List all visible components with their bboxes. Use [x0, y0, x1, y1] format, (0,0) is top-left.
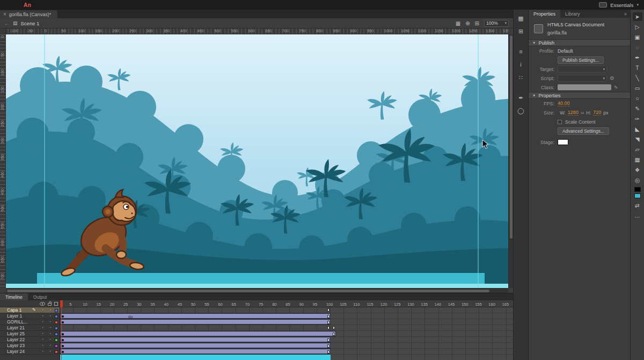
link-dimensions-icon[interactable]: ∞	[581, 110, 584, 116]
camera-tool[interactable]: ▦	[633, 155, 642, 164]
more-tools-icon[interactable]: …	[633, 211, 642, 220]
tween-span[interactable]	[60, 349, 331, 354]
eye-icon[interactable]	[40, 302, 45, 306]
layer-frames-row[interactable]	[60, 343, 513, 349]
layer-frames-row[interactable]	[60, 337, 513, 343]
selection-tool[interactable]: ➤	[633, 12, 642, 21]
free-transform-tool[interactable]: ▣	[633, 33, 642, 41]
fps-value[interactable]: 40.00	[558, 100, 570, 106]
tween-span[interactable]	[60, 319, 331, 325]
document-tab[interactable]: × gorilla.fla (Canvas)*	[0, 10, 57, 18]
horizontal-scrollbar[interactable]	[6, 288, 508, 293]
text-tool[interactable]: T	[633, 63, 642, 72]
layer-lock-dot[interactable]: ·	[49, 307, 51, 313]
lock-icon[interactable]	[48, 303, 52, 306]
outline-icon[interactable]	[54, 302, 58, 306]
transform-icon[interactable]: ∷	[516, 73, 525, 82]
layer-frames-row[interactable]	[60, 325, 513, 331]
layer-lock-dot[interactable]: ·	[49, 313, 51, 319]
pen-tool[interactable]: ✒	[633, 53, 642, 62]
layer-visibility-dot[interactable]: ·	[42, 349, 43, 354]
v-scrollbar-thumb[interactable]	[510, 35, 513, 239]
tween-span[interactable]	[60, 337, 331, 342]
layer-lock-dot[interactable]: ·	[49, 349, 51, 354]
layer-visibility-dot[interactable]: ·	[42, 343, 43, 348]
vertical-scrollbar[interactable]	[508, 34, 513, 288]
css-properties-icon[interactable]: ≡	[516, 47, 525, 56]
frames-area[interactable]: 1510152025303540455055606570758085909510…	[60, 300, 513, 360]
swap-colors-icon[interactable]: ⇄	[633, 201, 642, 210]
align-icon[interactable]: ⊞	[516, 27, 525, 35]
oval-icon[interactable]: ◯	[516, 106, 525, 115]
layer-visibility-dot[interactable]: ·	[42, 325, 43, 330]
layer-lock-dot[interactable]: ·	[49, 343, 51, 348]
width-value[interactable]: 1280	[568, 110, 579, 116]
oval-tool[interactable]: ○	[633, 94, 642, 103]
frame-ruler[interactable]: 1510152025303540455055606570758085909510…	[60, 300, 513, 307]
hand-tool[interactable]: ❖	[633, 165, 642, 174]
layer-row[interactable]: Layer 24··	[0, 349, 60, 355]
zoom-tool[interactable]: ◎	[633, 176, 642, 184]
workspace-switcher[interactable]: Essentials	[610, 2, 633, 8]
target-dropdown[interactable]: ▾	[558, 66, 607, 73]
layer-lock-dot[interactable]: ·	[49, 331, 51, 336]
zoom-select[interactable]: 100% ▾	[484, 20, 509, 27]
fill-color-swatch[interactable]	[634, 193, 641, 198]
eyedropper-tool[interactable]: ◥	[633, 135, 642, 143]
subselection-tool[interactable]: ▷	[633, 23, 642, 31]
info-icon[interactable]: i	[516, 60, 525, 69]
class-input[interactable]	[558, 84, 611, 90]
properties-section-header[interactable]: ▼ Properties	[529, 92, 630, 99]
tween-span[interactable]	[60, 331, 336, 336]
layer-frames-row[interactable]	[60, 331, 513, 337]
layer-frames-row[interactable]	[60, 349, 513, 355]
script-dropdown[interactable]: ▾	[558, 75, 607, 82]
stage-canvas[interactable]	[6, 34, 508, 288]
layer-lock-dot[interactable]: ·	[49, 325, 51, 330]
rectangle-tool[interactable]: ▭	[633, 84, 642, 92]
clip-content-icon[interactable]: ⊞	[475, 20, 479, 26]
playhead-handle[interactable]	[60, 300, 63, 307]
camera-icon[interactable]: ▦	[516, 14, 525, 23]
tween-span[interactable]	[60, 343, 331, 348]
h-scrollbar-thumb[interactable]	[7, 290, 489, 292]
stroke-color-swatch[interactable]	[634, 187, 641, 192]
layer-visibility-dot[interactable]: ·	[42, 307, 43, 313]
height-value[interactable]: 720	[593, 110, 601, 116]
publish-section-header[interactable]: ▼ Publish	[529, 39, 630, 46]
tween-span[interactable]: do	[60, 313, 331, 319]
publish-settings-button[interactable]: Publish Settings...	[558, 56, 604, 64]
scene-label[interactable]: Scene 1	[21, 20, 40, 26]
layer-lock-dot[interactable]: ·	[49, 337, 51, 342]
close-icon[interactable]: ×	[3, 12, 6, 17]
tab-timeline[interactable]: Timeline	[0, 293, 28, 300]
stage-color-swatch[interactable]	[558, 139, 568, 145]
advanced-settings-button[interactable]: Advanced Settings...	[558, 127, 609, 135]
brush-library-icon[interactable]: ✒	[516, 93, 525, 102]
layer-visibility-dot[interactable]: ·	[42, 331, 43, 336]
eraser-tool[interactable]: ▱	[633, 145, 642, 154]
center-stage-icon[interactable]: ⊕	[465, 20, 470, 26]
gear-icon[interactable]: ⚙	[610, 75, 614, 81]
camera-icon[interactable]: ▦	[456, 20, 460, 26]
layer-visibility-dot[interactable]: ·	[42, 313, 43, 319]
tab-output[interactable]: Output	[28, 293, 53, 300]
panel-menu-icon[interactable]: ≡	[624, 10, 630, 18]
lasso-tool[interactable]: ◌	[633, 43, 642, 52]
line-tool[interactable]: ╲	[633, 74, 642, 82]
pencil-icon[interactable]: ✎	[614, 85, 618, 90]
paint-bucket-tool[interactable]: ◣	[633, 125, 642, 133]
layer-frames-row[interactable]: do	[60, 313, 513, 319]
layer-visibility-dot[interactable]: ·	[42, 319, 43, 325]
pencil-tool[interactable]: ✎	[633, 104, 642, 113]
layer-frames-row[interactable]	[60, 307, 513, 313]
brush-tool[interactable]: ✑	[633, 114, 642, 123]
layer-visibility-dot[interactable]: ·	[42, 337, 43, 342]
tab-properties[interactable]: Properties	[529, 10, 560, 18]
scale-content-checkbox[interactable]	[558, 120, 562, 124]
workspace-icon[interactable]	[599, 2, 607, 8]
tab-library[interactable]: Library	[560, 10, 585, 18]
back-arrow-icon[interactable]: ←	[4, 20, 10, 26]
layer-lock-dot[interactable]: ·	[49, 319, 51, 325]
layer-frames-row[interactable]	[60, 319, 513, 325]
